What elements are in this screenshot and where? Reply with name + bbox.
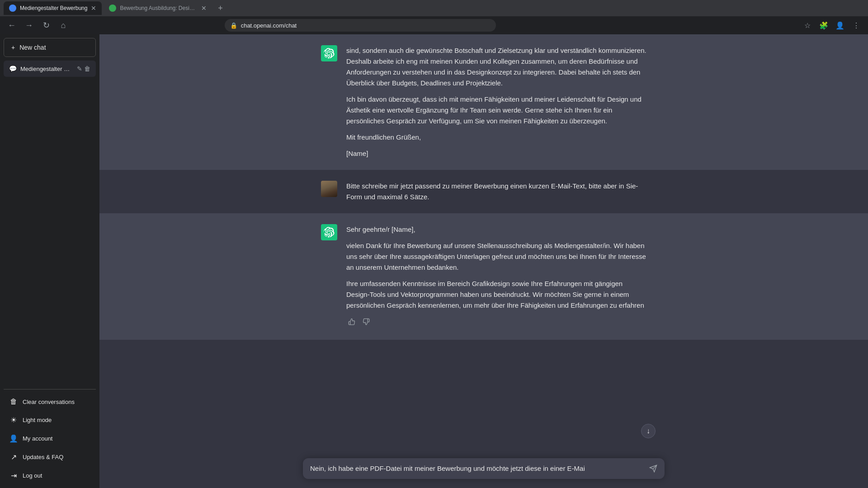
- extensions-icon[interactable]: 🧩: [817, 19, 830, 32]
- tab-active[interactable]: Mediengestalter Bewerbung ✕: [4, 1, 102, 15]
- conversation-item[interactable]: 💬 Mediengestalter Bewer ✎ 🗑: [4, 61, 96, 77]
- bookmark-star-icon[interactable]: ☆: [801, 19, 814, 32]
- message-block-2: Bitte schreibe mir jetzt passend zu mein…: [99, 170, 868, 213]
- tab-bar: Mediengestalter Bewerbung ✕ Bewerbung Au…: [0, 0, 868, 16]
- sidebar-item-updates[interactable]: ↗ Updates & FAQ: [4, 448, 96, 466]
- conversation-title: Mediengestalter Bewer: [20, 66, 73, 72]
- thumbs-down-button[interactable]: [361, 316, 372, 329]
- browser-toolbar-icons: ☆ 🧩 👤 ⋮: [801, 19, 863, 32]
- chat-item-actions: ✎ 🗑: [77, 65, 90, 72]
- msg3-para1: Sehr geehrte/r [Name],: [346, 224, 646, 235]
- message-block-3: Sehr geehrte/r [Name], vielen Dank für I…: [99, 213, 868, 340]
- tab-title-1: Mediengestalter Bewerbung: [20, 5, 87, 11]
- message-content-2: Bitte schreibe mir jetzt passend zu mein…: [346, 181, 646, 202]
- msg3-para3: Ihre umfassenden Kenntnisse im Bereich G…: [346, 278, 646, 311]
- home-button[interactable]: ⌂: [57, 21, 70, 30]
- tab-favicon-2: [109, 5, 116, 12]
- address-bar: ← → ↻ ⌂ 🔒 chat.openai.com/chat ☆ 🧩 👤 ⋮: [0, 16, 868, 34]
- chat-bubble-icon: 💬: [9, 65, 17, 72]
- scroll-down-button[interactable]: ↓: [641, 424, 656, 438]
- sidebar-lightmode-label: Light mode: [23, 417, 52, 423]
- tab-favicon-1: [9, 5, 16, 12]
- sidebar-updates-label: Updates & FAQ: [23, 454, 63, 460]
- new-chat-plus-icon: +: [11, 44, 15, 51]
- msg3-para2: vielen Dank für Ihre Bewerbung auf unser…: [346, 240, 646, 273]
- updates-icon: ↗: [9, 453, 18, 461]
- avatar-image: [321, 181, 337, 197]
- sidebar-item-clear[interactable]: 🗑 Clear conversations: [4, 393, 96, 410]
- logout-icon: ⇥: [9, 471, 18, 480]
- profile-icon[interactable]: 👤: [834, 19, 846, 32]
- messages-container: sind, sondern auch die gewünschte Botsch…: [99, 34, 868, 451]
- chat-input[interactable]: [310, 464, 643, 474]
- input-area: ↓: [99, 451, 868, 488]
- account-icon: 👤: [9, 434, 18, 443]
- msg1-para4: [Name]: [346, 148, 646, 159]
- reload-button[interactable]: ↻: [40, 20, 52, 30]
- new-chat-button[interactable]: + New chat: [4, 38, 96, 57]
- edit-icon[interactable]: ✎: [77, 65, 82, 72]
- conversation-list: 💬 Mediengestalter Bewer ✎ 🗑: [4, 61, 96, 389]
- chat-area: sind, sondern auch die gewünschte Botsch…: [99, 34, 868, 488]
- sidebar-logout-label: Log out: [23, 472, 42, 479]
- clear-icon: 🗑: [9, 398, 18, 406]
- back-button[interactable]: ←: [5, 21, 18, 30]
- sidebar-bottom: 🗑 Clear conversations ☀ Light mode 👤 My …: [4, 389, 96, 484]
- input-wrapper: [303, 458, 665, 479]
- message-inner-3: Sehr geehrte/r [Name], vielen Dank für I…: [303, 224, 665, 329]
- sidebar-account-label: My account: [23, 435, 52, 442]
- message-content-1: sind, sondern auch die gewünschte Botsch…: [346, 45, 646, 159]
- message-inner-2: Bitte schreibe mir jetzt passend zu mein…: [303, 181, 665, 202]
- sidebar-clear-label: Clear conversations: [23, 399, 75, 405]
- sidebar-item-lightmode[interactable]: ☀ Light mode: [4, 411, 96, 429]
- send-button[interactable]: [647, 463, 659, 474]
- tab-close-1[interactable]: ✕: [91, 5, 96, 12]
- msg1-para2: Ich bin davon überzeugt, dass ich mit me…: [346, 94, 646, 127]
- user-avatar: [321, 181, 337, 197]
- msg1-para1: sind, sondern auch die gewünschte Botsch…: [346, 45, 646, 89]
- message-3-actions: [346, 316, 646, 329]
- new-chat-label: New chat: [19, 44, 46, 51]
- assistant-avatar-1: [321, 45, 337, 61]
- url-bar[interactable]: 🔒 chat.openai.com/chat: [225, 19, 496, 32]
- msg2-text: Bitte schreibe mir jetzt passend zu mein…: [346, 181, 646, 202]
- browser-chrome: Mediengestalter Bewerbung ✕ Bewerbung Au…: [0, 0, 868, 34]
- message-block-1: sind, sondern auch die gewünschte Botsch…: [99, 34, 868, 170]
- tab-close-2[interactable]: ✕: [201, 5, 207, 12]
- tab-inactive[interactable]: Bewerbung Ausbildung: Design-... ✕: [104, 1, 212, 15]
- light-mode-icon: ☀: [9, 416, 18, 424]
- message-inner-1: sind, sondern auch die gewünschte Botsch…: [303, 45, 665, 159]
- lock-icon: 🔒: [230, 22, 237, 29]
- msg1-para3: Mit freundlichen Grüßen,: [346, 132, 646, 143]
- forward-button[interactable]: →: [23, 21, 35, 30]
- tab-title-2: Bewerbung Ausbildung: Design-...: [120, 5, 198, 11]
- thumbs-up-button[interactable]: [346, 316, 357, 329]
- message-content-3: Sehr geehrte/r [Name], vielen Dank für I…: [346, 224, 646, 329]
- new-tab-button[interactable]: +: [214, 2, 226, 14]
- url-text: chat.openai.com/chat: [241, 22, 297, 29]
- app-container: + New chat 💬 Mediengestalter Bewer ✎ 🗑 🗑…: [0, 34, 868, 488]
- assistant-avatar-3: [321, 224, 337, 240]
- delete-icon[interactable]: 🗑: [84, 65, 90, 72]
- more-menu-icon[interactable]: ⋮: [850, 19, 863, 32]
- sidebar-item-logout[interactable]: ⇥ Log out: [4, 467, 96, 484]
- sidebar: + New chat 💬 Mediengestalter Bewer ✎ 🗑 🗑…: [0, 34, 99, 488]
- sidebar-item-account[interactable]: 👤 My account: [4, 430, 96, 447]
